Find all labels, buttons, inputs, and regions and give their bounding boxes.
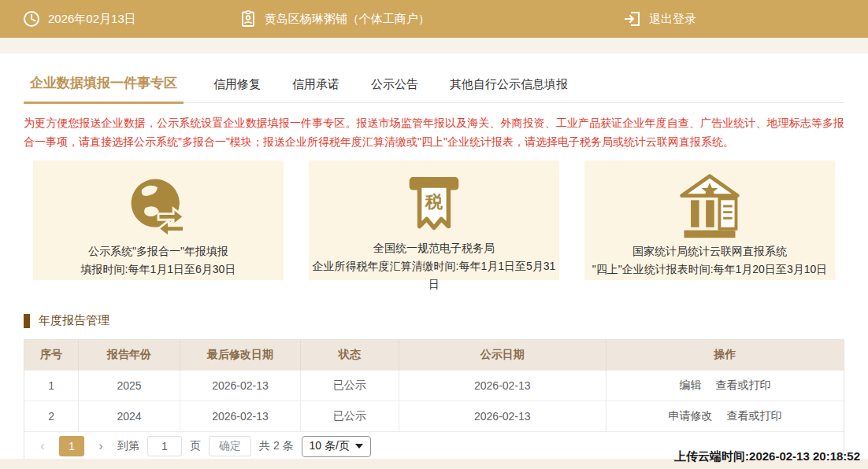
cell-status: 已公示 [300,401,399,431]
apply-modify-link[interactable]: 申请修改 [668,409,712,422]
card-text: 公示系统"多报合一"年报填报 填报时间:每年1月1日至6月30日 [81,242,236,279]
col-report-year: 报告年份 [79,340,180,370]
upload-time-label: 上传云端时间:2026-02-13 20:18:52 [674,449,860,464]
tab-other-self-disclosure[interactable]: 其他自行公示信息填报 [448,71,569,102]
cell-index: 1 [24,370,79,401]
table-row: 1 2025 2026-02-13 已公示 2026-02-13 编辑 查看或打… [24,370,844,401]
date-label: 2026年02月13日 [48,12,136,27]
cell-published: 2026-02-13 [399,401,606,431]
section-title-bar [24,314,30,328]
cell-year: 2024 [79,401,180,431]
annual-report-table-container: 序号 报告年份 最后修改日期 状态 公示日期 操作 1 2025 2026-02… [24,339,844,461]
card-text: 全国统一规范电子税务局 企业所得税年度汇算清缴时间:每年1月1日至5月31日 [309,239,559,294]
card-text: 国家统计局统计云联网直报系统 "四上"企业统计报表时间:每年1月20日至3月10… [592,242,828,279]
tax-ribbon-icon: 税 [398,170,470,239]
edit-link[interactable]: 编辑 [679,379,701,391]
top-bar: 2026年02月13日 黄岛区杨琳粥铺（个体工商户） 退出登录 [0,0,868,38]
cell-actions: 编辑 查看或打印 [606,370,844,401]
badge-icon [239,9,258,28]
page-size-select[interactable]: 10 条/页 [302,436,371,457]
cell-year: 2025 [79,370,180,401]
annual-report-table: 序号 报告年份 最后修改日期 状态 公示日期 操作 1 2025 2026-02… [24,340,844,431]
confirm-button[interactable]: 确定 [209,436,251,456]
svg-text:税: 税 [425,192,443,212]
logout-icon [623,9,642,28]
notice-text: 为更方便您报送企业数据，公示系统设置企业数据填报一件事专区。报送市场监管年报以及… [24,113,844,151]
tab-public-announcement[interactable]: 公示公告 [369,71,420,102]
tab-credit-repair[interactable]: 信用修复 [212,71,262,102]
cell-actions: 申请修改 查看或打印 [606,401,844,431]
prev-page-button[interactable]: ‹ [34,439,51,453]
tab-enterprise-data-filing[interactable]: 企业数据填报一件事专区 [24,68,184,104]
card-line1: 公示系统"多报合一"年报填报 [81,242,236,260]
header-substrip [0,38,868,54]
page-size-value: 10 条/页 [310,439,350,453]
chevron-down-icon [355,444,363,449]
card-line1: 国家统计局统计云联网直报系统 [592,242,828,260]
cell-modified: 2026-02-13 [180,370,301,401]
table-row: 2 2024 2026-02-13 已公示 2026-02-13 申请修改 查看… [24,401,844,431]
entry-cards: 公示系统"多报合一"年报填报 填报时间:每年1月1日至6月30日 税 全国统一规… [24,161,844,280]
page-unit-label: 页 [190,439,201,453]
logout-label: 退出登录 [649,12,696,27]
goto-label: 到第 [117,439,139,453]
col-publish-date: 公示日期 [399,340,606,370]
goto-page-input[interactable] [147,436,182,456]
section-annual-report-management: 年度报告管理 [24,313,844,328]
account-name: 黄岛区杨琳粥铺（个体工商户） [265,12,430,27]
page-number-button[interactable]: 1 [59,436,84,456]
account-info: 黄岛区杨琳粥铺（个体工商户） [239,9,430,28]
main-content: 企业数据填报一件事专区 信用修复 信用承诺 公示公告 其他自行公示信息填报 为更… [0,68,868,461]
card-electronic-tax-bureau[interactable]: 税 全国统一规范电子税务局 企业所得税年度汇算清缴时间:每年1月1日至5月31日 [309,161,559,280]
clock-icon [22,9,41,28]
cell-published: 2026-02-13 [399,370,606,401]
col-index: 序号 [24,340,79,370]
card-line2: "四上"企业统计报表时间:每年1月20日至3月10日 [592,260,828,279]
cell-index: 2 [24,401,79,431]
current-date: 2026年02月13日 [22,9,136,28]
card-annual-report-filing[interactable]: 公示系统"多报合一"年报填报 填报时间:每年1月1日至6月30日 [33,161,284,280]
col-last-modified: 最后修改日期 [180,340,301,370]
view-or-print-link[interactable]: 查看或打印 [726,409,781,422]
cell-modified: 2026-02-13 [180,401,301,431]
section-title-text: 年度报告管理 [39,313,109,328]
globe-sync-icon [121,170,196,242]
table-header-row: 序号 报告年份 最后修改日期 状态 公示日期 操作 [24,340,844,370]
cell-status: 已公示 [300,370,399,401]
tab-bar: 企业数据填报一件事专区 信用修复 信用承诺 公示公告 其他自行公示信息填报 [24,68,844,103]
total-count-label: 共 2 条 [259,439,294,453]
card-line1: 全国统一规范电子税务局 [309,239,559,257]
card-line2: 填报时间:每年1月1日至6月30日 [81,260,236,279]
card-line2: 企业所得税年度汇算清缴时间:每年1月1日至5月31日 [309,257,559,294]
next-page-button[interactable]: › [92,439,109,453]
logout-button[interactable]: 退出登录 [623,9,696,28]
card-statistics-direct-report[interactable]: 国家统计局统计云联网直报系统 "四上"企业统计报表时间:每年1月20日至3月10… [584,161,835,280]
view-or-print-link[interactable]: 查看或打印 [715,379,770,391]
bank-icon [672,170,747,242]
col-actions: 操作 [606,340,844,370]
tab-credit-commitment[interactable]: 信用承诺 [291,71,341,102]
col-status: 状态 [300,340,399,370]
